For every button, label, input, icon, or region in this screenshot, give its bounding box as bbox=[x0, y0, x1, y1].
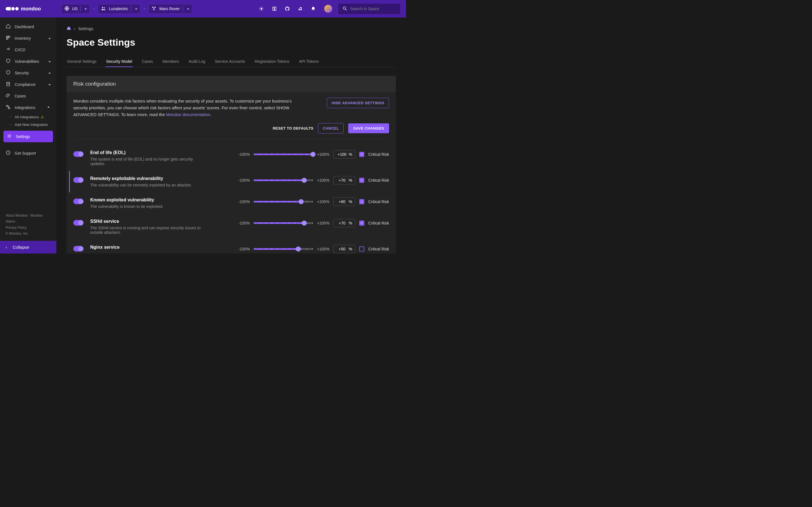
risk-toggle[interactable] bbox=[73, 220, 84, 226]
search-box[interactable] bbox=[338, 4, 400, 14]
space-label: Mars Rover bbox=[159, 6, 180, 11]
sidebar-item-dashboard[interactable]: Dashboard bbox=[0, 21, 56, 33]
shield-icon bbox=[6, 70, 11, 76]
tab-general-settings[interactable]: General Settings bbox=[66, 56, 97, 67]
hide-advanced-button[interactable]: HIDE ADVANCED SETTINGS bbox=[327, 98, 389, 108]
risk-slider[interactable] bbox=[254, 248, 313, 250]
org-selector[interactable]: Lunalectric bbox=[98, 4, 140, 14]
home-icon[interactable] bbox=[66, 26, 71, 31]
critical-risk-label: Critical Risk bbox=[368, 247, 389, 251]
risk-description: The system is end of life (EOL) and no l… bbox=[90, 157, 209, 166]
risk-toggle[interactable] bbox=[73, 246, 84, 251]
tab-members[interactable]: Members bbox=[162, 56, 180, 67]
sidebar-item-support[interactable]: ? Get Support bbox=[0, 147, 56, 159]
slack-icon[interactable] bbox=[297, 6, 303, 12]
slider-max-label: +100% bbox=[317, 247, 329, 251]
collapse-sidebar-button[interactable]: ‹ Collapse bbox=[0, 241, 56, 253]
tab-cases[interactable]: Cases bbox=[141, 56, 154, 67]
bell-icon[interactable] bbox=[310, 6, 316, 12]
svg-line-14 bbox=[260, 10, 260, 10]
svg-rect-17 bbox=[301, 8, 302, 10]
sidebar-item-settings[interactable]: Settings bbox=[3, 131, 53, 142]
risk-value-input[interactable]: % bbox=[333, 150, 355, 159]
risk-slider[interactable] bbox=[254, 222, 313, 224]
theme-toggle-icon[interactable] bbox=[258, 6, 264, 12]
risk-value-input[interactable]: % bbox=[333, 176, 355, 184]
svg-line-11 bbox=[260, 7, 260, 8]
save-changes-button[interactable]: SAVE CHANGES bbox=[348, 123, 389, 133]
tab-api-tokens[interactable]: API Tokens bbox=[298, 56, 319, 67]
cancel-button[interactable]: CANCEL bbox=[318, 123, 344, 133]
chevron-down-icon bbox=[49, 60, 51, 63]
chevron-down-icon bbox=[187, 7, 189, 10]
risk-row: Known exploited vulnerabilityThe vulnera… bbox=[73, 192, 389, 214]
tab-registration-tokens[interactable]: Registration Tokens bbox=[254, 56, 290, 67]
brand-logo[interactable]: mondoo bbox=[6, 6, 41, 12]
svg-point-19 bbox=[343, 7, 346, 9]
slider-min-label: -100% bbox=[239, 152, 250, 157]
critical-risk-checkbox[interactable] bbox=[359, 152, 364, 157]
slider-min-label: -100% bbox=[239, 247, 250, 251]
slider-min-label: -100% bbox=[239, 178, 250, 182]
avatar[interactable] bbox=[324, 5, 332, 13]
nodes-icon bbox=[151, 6, 156, 12]
svg-point-1 bbox=[102, 7, 103, 8]
brand-text: mondoo bbox=[21, 6, 41, 12]
space-selector[interactable]: Mars Rover bbox=[148, 4, 192, 14]
chevron-down-icon bbox=[49, 71, 51, 75]
sidebar-sub-add-integration[interactable]: Add New Integration bbox=[0, 121, 56, 128]
sidebar: Dashboard Inventory CI/CD Vulnerabilitie… bbox=[0, 17, 56, 253]
shield-alert-icon bbox=[6, 58, 11, 64]
risk-title: Nginx service bbox=[90, 245, 209, 250]
critical-risk-label: Critical Risk bbox=[368, 200, 389, 204]
risk-slider[interactable] bbox=[254, 201, 313, 203]
critical-risk-checkbox[interactable] bbox=[359, 246, 364, 251]
tab-security-model[interactable]: Security Model bbox=[105, 56, 133, 67]
critical-risk-checkbox[interactable] bbox=[359, 221, 364, 226]
tab-audit-log[interactable]: Audit Log bbox=[188, 56, 206, 67]
sidebar-item-compliance[interactable]: Compliance bbox=[0, 78, 56, 90]
github-icon[interactable] bbox=[284, 6, 290, 12]
critical-risk-checkbox[interactable] bbox=[359, 178, 364, 183]
action-row: RESET TO DEFAULTS CANCEL SAVE CHANGES bbox=[73, 123, 389, 133]
risk-value-input[interactable]: % bbox=[333, 198, 355, 206]
risk-value-input[interactable]: % bbox=[333, 219, 355, 227]
risk-toggle[interactable] bbox=[73, 177, 84, 183]
reset-defaults-button[interactable]: RESET TO DEFAULTS bbox=[273, 126, 313, 130]
top-bar: mondoo US › Lunalectric › Mars Rover bbox=[0, 0, 406, 17]
chevron-left-icon: ‹ bbox=[6, 245, 7, 249]
sidebar-item-security[interactable]: Security bbox=[0, 67, 56, 78]
critical-risk-label: Critical Risk bbox=[368, 178, 389, 182]
help-icon: ? bbox=[6, 150, 11, 156]
risk-toggle[interactable] bbox=[73, 151, 84, 157]
footer-privacy-link[interactable]: Privacy Policy bbox=[6, 226, 27, 230]
slider-max-label: +100% bbox=[317, 178, 329, 182]
region-label: US bbox=[72, 6, 78, 11]
region-selector[interactable]: US bbox=[61, 4, 90, 14]
docs-icon[interactable] bbox=[271, 6, 277, 12]
slider-max-label: +100% bbox=[317, 152, 329, 157]
sidebar-item-vulnerabilities[interactable]: Vulnerabilities bbox=[0, 55, 56, 67]
sidebar-item-cases[interactable]: Cases bbox=[0, 90, 56, 102]
critical-risk-checkbox[interactable] bbox=[359, 199, 364, 204]
sidebar-sub-all-integrations[interactable]: All Integrations ⚠ bbox=[0, 113, 56, 121]
search-input[interactable] bbox=[350, 6, 396, 11]
sidebar-item-cicd[interactable]: CI/CD bbox=[0, 44, 56, 55]
svg-text:?: ? bbox=[7, 151, 9, 154]
svg-point-29 bbox=[9, 135, 10, 137]
footer-about-link[interactable]: About Mondoo bbox=[6, 214, 28, 217]
risk-slider[interactable] bbox=[254, 154, 313, 155]
svg-line-12 bbox=[262, 10, 263, 10]
gear-icon bbox=[7, 133, 12, 139]
tab-service-accounts[interactable]: Service Accounts bbox=[214, 56, 246, 67]
slider-max-label: +100% bbox=[317, 221, 329, 225]
risk-toggle[interactable] bbox=[73, 199, 84, 204]
risk-value-input[interactable]: % bbox=[333, 245, 355, 253]
risk-slider[interactable] bbox=[254, 179, 313, 181]
docs-link[interactable]: Mondoo documentation bbox=[166, 112, 210, 117]
risk-row: Nginx service-100%+100%%Critical Risk bbox=[73, 240, 389, 253]
sidebar-item-inventory[interactable]: Inventory bbox=[0, 33, 56, 44]
breadcrumb-separator: › bbox=[93, 7, 94, 11]
sidebar-item-integrations[interactable]: Integrations bbox=[0, 102, 56, 113]
chevron-down-icon bbox=[49, 37, 51, 40]
